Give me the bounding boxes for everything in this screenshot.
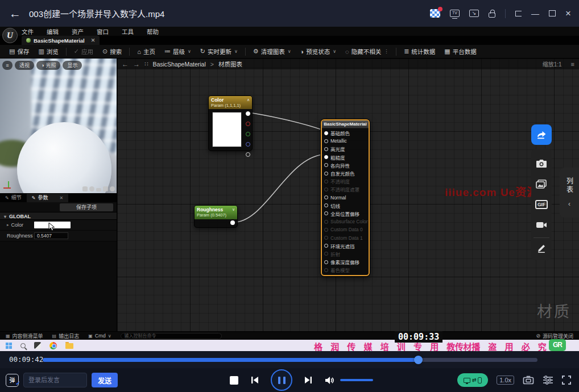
material-input-pin-16[interactable]: 像素深度偏移	[322, 258, 369, 266]
material-input-pin-15[interactable]: 折射	[322, 250, 369, 258]
shape-cylinder-icon[interactable]	[82, 186, 88, 191]
color-node-swatch[interactable]	[212, 112, 242, 147]
menu-item-1[interactable]: 编辑	[47, 27, 59, 36]
app-logo-icon[interactable]	[430, 9, 440, 18]
tab-basicshapematerial[interactable]: BasicShapeMaterial ✕	[22, 36, 100, 45]
toolbar-hide-unrelated-button[interactable]: ◌隐藏不相关⋮	[341, 45, 393, 59]
viewport-button-0[interactable]: 透视	[15, 61, 34, 70]
toolbar-apply-button[interactable]: ✓应用	[69, 45, 98, 59]
material-input-pin-8[interactable]: Normal	[322, 194, 369, 202]
breadcrumb-asset[interactable]: BasicShapeMaterial	[152, 61, 205, 68]
annotate-button[interactable]	[533, 237, 549, 253]
material-input-pin-4[interactable]: 各向异性	[322, 161, 369, 169]
pin-window-icon[interactable]	[515, 11, 522, 16]
source-control-status[interactable]: ⊘源码管理关闭	[536, 332, 573, 340]
content-drawer-button[interactable]: ▦内容侧滑菜单	[6, 332, 43, 340]
playlist-toggle[interactable]: 列表 ‹	[560, 168, 579, 218]
file-explorer-icon[interactable]	[65, 343, 73, 349]
graph-corner-menu-icon[interactable]: ≡	[571, 61, 574, 68]
material-input-pin-10[interactable]: 全局位置偏移	[322, 210, 369, 218]
output-pin-g[interactable]	[246, 132, 250, 136]
material-input-pin-14[interactable]: 环境光遮挡	[322, 242, 369, 250]
progress-bar[interactable]	[43, 358, 537, 362]
material-input-pin-1[interactable]: Metallic	[322, 137, 369, 145]
taskbar-search-icon[interactable]	[20, 343, 26, 348]
close-icon[interactable]: ×	[565, 10, 571, 18]
material-input-pin-11[interactable]: Subsurface Color	[322, 218, 369, 226]
material-input-pin-6[interactable]: 不透明度	[322, 177, 369, 185]
gif-record-button[interactable]: GIF	[533, 197, 549, 212]
windows-start-icon[interactable]	[6, 343, 12, 349]
toolbar-save-button[interactable]: ▤保存	[5, 45, 34, 59]
menu-item-2[interactable]: 资产	[72, 27, 84, 36]
collapse-icon[interactable]: ∧	[247, 98, 250, 102]
progress-handle[interactable]	[414, 356, 423, 364]
output-pin-value[interactable]	[230, 220, 235, 225]
material-input-pin-3[interactable]: 粗糙度	[322, 153, 369, 161]
toolbar-preview-state-button[interactable]: ◑预览状态∨	[296, 45, 341, 59]
output-pin-r[interactable]	[246, 122, 250, 126]
color-parameter-node[interactable]: Color Param (1,1,1,1) ∧	[208, 95, 253, 151]
fullscreen-button[interactable]	[562, 376, 571, 385]
menu-item-5[interactable]: 帮助	[147, 27, 159, 36]
material-result-node[interactable]: BasicShapeMaterial 基础颜色Metallic高光度粗糙度各向异…	[321, 119, 370, 276]
lock-icon[interactable]	[489, 12, 495, 18]
save-child-button[interactable]: 保存子项	[60, 203, 113, 211]
danmaku-toggle[interactable]: 弹	[6, 374, 19, 387]
volume-slider[interactable]	[340, 379, 373, 381]
group-global[interactable]: ▾GLOBAL	[0, 212, 117, 220]
chrome-icon[interactable]	[49, 342, 57, 349]
output-pin-rgb[interactable]	[246, 111, 250, 116]
settings-sliders-icon[interactable]	[543, 376, 553, 385]
material-graph-canvas[interactable]: 材质 ← → ∷ BasicShapeMaterial > 材质图表 缩放1:1…	[117, 59, 579, 331]
shape-plane-icon[interactable]	[96, 188, 101, 191]
material-input-pin-17[interactable]: 着色模型	[322, 266, 369, 274]
send-button[interactable]: 发送	[92, 373, 118, 387]
toolbar-search-button[interactable]: ⊙搜索	[98, 45, 126, 59]
toolbar-browse-button[interactable]: ▥浏览	[34, 45, 63, 59]
nav-back-icon[interactable]: ←	[122, 60, 129, 68]
tv-cast-icon[interactable]: TV	[450, 10, 460, 17]
mini-player-icon[interactable]: ↘	[469, 10, 479, 17]
stop-button[interactable]	[230, 376, 238, 385]
screenshot-gallery-button[interactable]	[533, 176, 549, 192]
shape-cube-icon[interactable]	[103, 186, 108, 191]
chat-input[interactable]	[23, 373, 87, 387]
material-input-pin-13[interactable]: Custom Data 1	[322, 233, 369, 241]
material-input-pin-9[interactable]: 切线	[322, 202, 369, 210]
screenshot-button[interactable]	[533, 156, 549, 172]
tab-parameters[interactable]: ✎ 参数 ✕	[27, 194, 68, 202]
output-pin-b[interactable]	[246, 142, 250, 147]
cast-projector-icon[interactable]	[523, 376, 534, 385]
collapse-icon[interactable]: ∨	[232, 207, 235, 212]
back-icon[interactable]: ←	[9, 7, 21, 20]
pause-button[interactable]	[271, 369, 292, 391]
menu-item-3[interactable]: 窗口	[97, 27, 109, 36]
viewport-menu-icon[interactable]: ≡	[2, 61, 13, 70]
video-record-button[interactable]	[533, 217, 549, 233]
playback-speed-button[interactable]: 1.0x	[497, 376, 514, 385]
toolbar-platform-stats-button[interactable]: ▦平台数据	[440, 45, 481, 59]
tab-details[interactable]: ✎ 细节	[0, 194, 27, 202]
console-command-input[interactable]: 输入控制台命令	[121, 333, 222, 339]
next-button[interactable]	[304, 376, 313, 384]
nav-forward-icon[interactable]: →	[133, 60, 140, 68]
toolbar-live-update-button[interactable]: ↻实时更新∨	[196, 45, 242, 59]
roughness-value-input[interactable]: 0.5407	[34, 232, 68, 239]
material-input-pin-5[interactable]: 自发光颜色	[322, 169, 369, 177]
previous-button[interactable]	[250, 376, 259, 384]
shape-teapot-icon[interactable]	[110, 186, 115, 191]
tab-close-icon[interactable]: ✕	[59, 194, 63, 202]
toolbar-clean-graph-button[interactable]: ⚙清理图表∨	[249, 45, 296, 59]
output-log-button[interactable]: ▤输出日志	[52, 332, 80, 340]
material-input-pin-0[interactable]: 基础颜色	[322, 129, 369, 137]
toolbar-home-button[interactable]: ⌂主页	[133, 45, 160, 59]
material-preview-viewport[interactable]: ≡ 透视◑光照显示	[0, 59, 117, 193]
device-switch-toggle[interactable]: ⇄	[457, 373, 488, 387]
viewport-button-1[interactable]: ◑光照	[36, 61, 60, 70]
material-input-pin-12[interactable]: Custom Data 0	[322, 226, 369, 233]
minimize-icon[interactable]: —	[531, 11, 539, 16]
menu-item-4[interactable]: 工具	[122, 27, 134, 36]
roughness-parameter-node[interactable]: Roughness Param (0.5407) ∨	[194, 205, 238, 228]
taskbar-app-icon[interactable]	[34, 342, 41, 349]
